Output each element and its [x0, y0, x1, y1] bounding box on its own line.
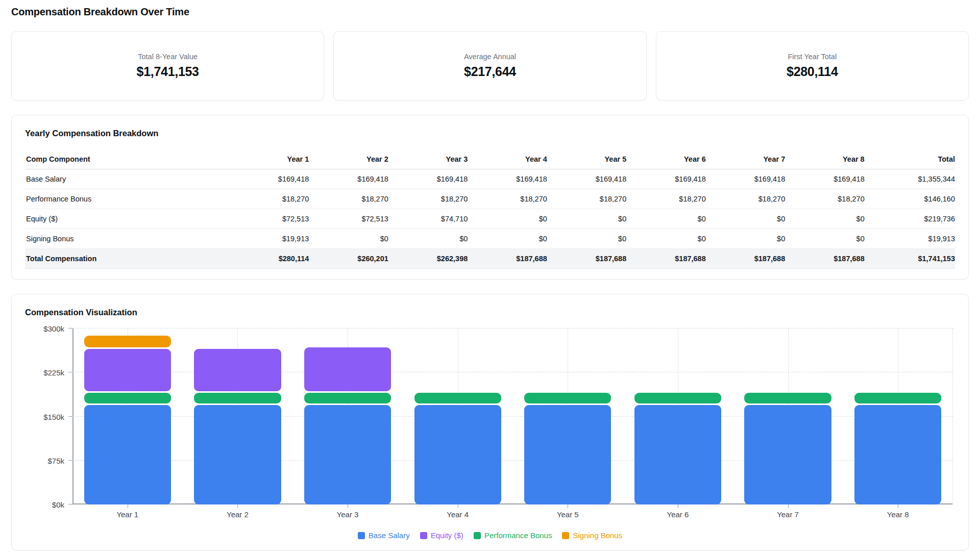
- table-total-row: Total Compensation$280,114$260,201$262,3…: [25, 249, 955, 269]
- x-axis-label-text: Year 3: [337, 510, 359, 519]
- bar-segment-base-salary[interactable]: [194, 405, 281, 504]
- row-label-cell: Base Salary: [25, 169, 230, 189]
- value-cell: $0: [785, 209, 864, 229]
- stacked-bar-year-8: [854, 393, 941, 504]
- chart-title: Compensation Visualization: [25, 308, 955, 317]
- bar-segment-equity[interactable]: [304, 347, 391, 391]
- legend-label: Performance Bonus: [484, 531, 552, 540]
- value-cell: $169,418: [547, 169, 626, 189]
- total-value-cell: $187,688: [468, 249, 547, 269]
- legend-item-equity[interactable]: Equity ($): [420, 531, 463, 540]
- value-cell: $0: [706, 229, 785, 249]
- y-tick-mark: [68, 416, 72, 417]
- y-tick-mark: [68, 328, 72, 328]
- chart-legend: Base SalaryEquity ($)Performance BonusSi…: [25, 531, 955, 540]
- table-header-cell: Total: [865, 149, 955, 169]
- summary-card-average-annual: Average Annual $217,644: [333, 31, 646, 100]
- x-tick-mark: [348, 504, 348, 508]
- x-axis-label-text: Year 2: [227, 510, 249, 519]
- bar-segment-base-salary[interactable]: [524, 405, 611, 504]
- card-label: Average Annual: [464, 53, 516, 61]
- table-row-base-salary: Base Salary$169,418$169,418$169,418$169,…: [25, 169, 955, 189]
- bar-segment-base-salary[interactable]: [304, 405, 391, 504]
- card-value: $217,644: [464, 64, 516, 79]
- table-header-cell: Year 7: [706, 149, 785, 169]
- x-tick-mark: [678, 504, 678, 508]
- x-tick-mark: [128, 504, 128, 508]
- bar-segment-equity[interactable]: [84, 349, 171, 391]
- x-tick-mark: [788, 504, 789, 508]
- x-axis-label-year-5: Year 5: [513, 504, 623, 519]
- value-cell: $0: [468, 209, 547, 229]
- bar-segment-base-salary[interactable]: [634, 405, 721, 504]
- legend-item-signing-bonus[interactable]: Signing Bonus: [562, 531, 622, 540]
- bar-segment-base-salary[interactable]: [744, 405, 831, 504]
- value-cell: $0: [309, 229, 388, 249]
- bar-segment-equity[interactable]: [194, 349, 281, 391]
- value-cell: $72,513: [309, 209, 388, 229]
- legend-item-base-salary[interactable]: Base Salary: [358, 531, 410, 540]
- table-panel: Yearly Compensation Breakdown Comp Compo…: [11, 115, 969, 280]
- bar-segment-performance-bonus[interactable]: [84, 393, 171, 403]
- value-cell: $0: [547, 229, 626, 249]
- x-axis-label-year-4: Year 4: [403, 504, 513, 519]
- value-cell: $18,270: [230, 189, 309, 209]
- card-value: $1,741,153: [137, 64, 199, 79]
- bar-segment-performance-bonus[interactable]: [414, 393, 501, 403]
- value-cell: $19,913: [865, 229, 955, 249]
- bar-slot-year-6: [623, 328, 733, 504]
- x-axis-label-text: Year 7: [777, 510, 799, 519]
- x-axis-label-year-6: Year 6: [623, 504, 733, 519]
- summary-card-total-value: Total 8-Year Value $1,741,153: [11, 31, 324, 100]
- bar-segment-performance-bonus[interactable]: [524, 393, 611, 403]
- value-cell: $169,418: [309, 169, 388, 189]
- stacked-bar-year-4: [414, 393, 501, 504]
- table-header-cell: Year 4: [468, 149, 547, 169]
- table-header-row: Comp ComponentYear 1Year 2Year 3Year 4Ye…: [25, 149, 955, 169]
- value-cell: $1,355,344: [865, 169, 955, 189]
- legend-label: Base Salary: [369, 531, 410, 540]
- total-value-cell: $187,688: [547, 249, 626, 269]
- bar-segment-performance-bonus[interactable]: [634, 393, 721, 403]
- card-label: First Year Total: [788, 53, 837, 61]
- bar-segment-performance-bonus[interactable]: [744, 393, 831, 403]
- legend-swatch-icon: [358, 532, 365, 539]
- value-cell: $18,270: [626, 189, 705, 209]
- x-axis-label-text: Year 5: [557, 510, 579, 519]
- chart-slots: [72, 328, 953, 504]
- value-cell: $169,418: [626, 169, 705, 189]
- table-title: Yearly Compensation Breakdown: [25, 129, 955, 138]
- bar-segment-signing-bonus[interactable]: [84, 336, 171, 347]
- table-header-cell: Year 2: [309, 149, 388, 169]
- x-axis-label-year-2: Year 2: [183, 504, 293, 519]
- stacked-bar-year-2: [194, 349, 281, 504]
- x-axis-label-year-7: Year 7: [733, 504, 843, 519]
- x-axis-label-text: Year 1: [116, 510, 138, 519]
- bar-segment-performance-bonus[interactable]: [854, 393, 941, 403]
- value-cell: $18,270: [706, 189, 785, 209]
- legend-label: Signing Bonus: [573, 531, 622, 540]
- value-cell: $0: [626, 209, 705, 229]
- bar-slot-year-7: [733, 328, 843, 504]
- bar-segment-base-salary[interactable]: [84, 405, 171, 504]
- stacked-bar-year-1: [84, 336, 171, 504]
- x-axis-label-year-8: Year 8: [843, 504, 953, 519]
- value-cell: $146,160: [865, 189, 955, 209]
- bar-segment-performance-bonus[interactable]: [304, 393, 391, 403]
- table-body: Base Salary$169,418$169,418$169,418$169,…: [25, 169, 955, 269]
- value-cell: $18,270: [309, 189, 388, 209]
- stacked-bar-year-7: [744, 393, 831, 504]
- x-axis-label-text: Year 4: [447, 510, 469, 519]
- legend-item-performance-bonus[interactable]: Performance Bonus: [474, 531, 552, 540]
- value-cell: $169,418: [785, 169, 864, 189]
- chart-x-axis: Year 1Year 2Year 3Year 4Year 5Year 6Year…: [72, 504, 953, 519]
- bar-segment-base-salary[interactable]: [854, 405, 941, 504]
- bar-slot-year-8: [843, 328, 953, 504]
- gridline-vertical-right: [952, 328, 953, 504]
- bar-segment-base-salary[interactable]: [414, 405, 501, 504]
- total-value-cell: $187,688: [785, 249, 864, 269]
- y-axis-label: $75k: [47, 456, 64, 465]
- x-axis-label-text: Year 6: [667, 510, 689, 519]
- bar-segment-performance-bonus[interactable]: [194, 393, 281, 403]
- table-header-cell: Year 5: [547, 149, 626, 169]
